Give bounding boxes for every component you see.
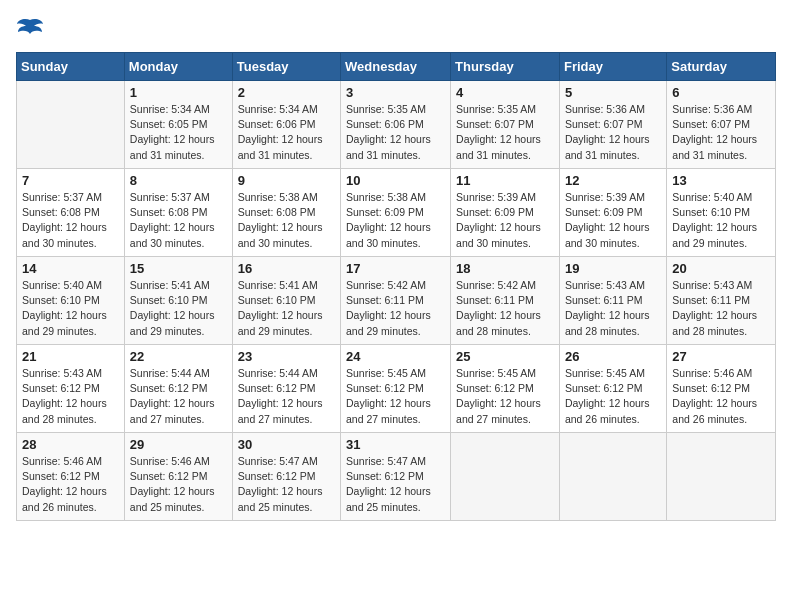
header-cell-sunday: Sunday	[17, 53, 125, 81]
day-number: 23	[238, 349, 335, 364]
week-row-3: 14Sunrise: 5:40 AMSunset: 6:10 PMDayligh…	[17, 257, 776, 345]
calendar-cell: 25Sunrise: 5:45 AMSunset: 6:12 PMDayligh…	[451, 345, 560, 433]
logo	[16, 16, 48, 40]
calendar-cell: 28Sunrise: 5:46 AMSunset: 6:12 PMDayligh…	[17, 433, 125, 521]
day-number: 20	[672, 261, 770, 276]
calendar-cell: 26Sunrise: 5:45 AMSunset: 6:12 PMDayligh…	[559, 345, 666, 433]
day-number: 29	[130, 437, 227, 452]
calendar-cell: 13Sunrise: 5:40 AMSunset: 6:10 PMDayligh…	[667, 169, 776, 257]
calendar-cell: 15Sunrise: 5:41 AMSunset: 6:10 PMDayligh…	[124, 257, 232, 345]
day-number: 13	[672, 173, 770, 188]
day-info: Sunrise: 5:47 AMSunset: 6:12 PMDaylight:…	[238, 454, 335, 515]
day-info: Sunrise: 5:41 AMSunset: 6:10 PMDaylight:…	[238, 278, 335, 339]
day-info: Sunrise: 5:43 AMSunset: 6:11 PMDaylight:…	[672, 278, 770, 339]
day-number: 28	[22, 437, 119, 452]
week-row-4: 21Sunrise: 5:43 AMSunset: 6:12 PMDayligh…	[17, 345, 776, 433]
day-info: Sunrise: 5:35 AMSunset: 6:06 PMDaylight:…	[346, 102, 445, 163]
calendar-cell: 7Sunrise: 5:37 AMSunset: 6:08 PMDaylight…	[17, 169, 125, 257]
day-info: Sunrise: 5:43 AMSunset: 6:11 PMDaylight:…	[565, 278, 661, 339]
header-cell-wednesday: Wednesday	[341, 53, 451, 81]
header-row: SundayMondayTuesdayWednesdayThursdayFrid…	[17, 53, 776, 81]
page-header	[16, 16, 776, 40]
day-number: 11	[456, 173, 554, 188]
day-number: 21	[22, 349, 119, 364]
day-info: Sunrise: 5:37 AMSunset: 6:08 PMDaylight:…	[22, 190, 119, 251]
calendar-cell	[17, 81, 125, 169]
calendar-cell: 19Sunrise: 5:43 AMSunset: 6:11 PMDayligh…	[559, 257, 666, 345]
header-cell-friday: Friday	[559, 53, 666, 81]
day-info: Sunrise: 5:47 AMSunset: 6:12 PMDaylight:…	[346, 454, 445, 515]
day-number: 3	[346, 85, 445, 100]
logo-bird-icon	[16, 16, 44, 40]
calendar-cell: 24Sunrise: 5:45 AMSunset: 6:12 PMDayligh…	[341, 345, 451, 433]
day-info: Sunrise: 5:42 AMSunset: 6:11 PMDaylight:…	[346, 278, 445, 339]
week-row-2: 7Sunrise: 5:37 AMSunset: 6:08 PMDaylight…	[17, 169, 776, 257]
day-number: 10	[346, 173, 445, 188]
day-number: 5	[565, 85, 661, 100]
day-number: 7	[22, 173, 119, 188]
day-number: 8	[130, 173, 227, 188]
day-number: 12	[565, 173, 661, 188]
calendar-cell: 4Sunrise: 5:35 AMSunset: 6:07 PMDaylight…	[451, 81, 560, 169]
day-info: Sunrise: 5:45 AMSunset: 6:12 PMDaylight:…	[565, 366, 661, 427]
day-number: 19	[565, 261, 661, 276]
day-info: Sunrise: 5:42 AMSunset: 6:11 PMDaylight:…	[456, 278, 554, 339]
header-cell-monday: Monday	[124, 53, 232, 81]
calendar-cell: 8Sunrise: 5:37 AMSunset: 6:08 PMDaylight…	[124, 169, 232, 257]
calendar-cell: 23Sunrise: 5:44 AMSunset: 6:12 PMDayligh…	[232, 345, 340, 433]
day-number: 24	[346, 349, 445, 364]
day-info: Sunrise: 5:39 AMSunset: 6:09 PMDaylight:…	[565, 190, 661, 251]
calendar-table: SundayMondayTuesdayWednesdayThursdayFrid…	[16, 52, 776, 521]
day-info: Sunrise: 5:38 AMSunset: 6:08 PMDaylight:…	[238, 190, 335, 251]
calendar-cell: 11Sunrise: 5:39 AMSunset: 6:09 PMDayligh…	[451, 169, 560, 257]
day-number: 31	[346, 437, 445, 452]
calendar-cell: 14Sunrise: 5:40 AMSunset: 6:10 PMDayligh…	[17, 257, 125, 345]
day-number: 16	[238, 261, 335, 276]
calendar-cell: 16Sunrise: 5:41 AMSunset: 6:10 PMDayligh…	[232, 257, 340, 345]
day-number: 1	[130, 85, 227, 100]
day-info: Sunrise: 5:34 AMSunset: 6:05 PMDaylight:…	[130, 102, 227, 163]
calendar-cell: 21Sunrise: 5:43 AMSunset: 6:12 PMDayligh…	[17, 345, 125, 433]
calendar-cell: 29Sunrise: 5:46 AMSunset: 6:12 PMDayligh…	[124, 433, 232, 521]
day-number: 2	[238, 85, 335, 100]
day-info: Sunrise: 5:37 AMSunset: 6:08 PMDaylight:…	[130, 190, 227, 251]
day-info: Sunrise: 5:46 AMSunset: 6:12 PMDaylight:…	[672, 366, 770, 427]
day-info: Sunrise: 5:41 AMSunset: 6:10 PMDaylight:…	[130, 278, 227, 339]
day-info: Sunrise: 5:36 AMSunset: 6:07 PMDaylight:…	[565, 102, 661, 163]
day-info: Sunrise: 5:38 AMSunset: 6:09 PMDaylight:…	[346, 190, 445, 251]
day-number: 17	[346, 261, 445, 276]
day-info: Sunrise: 5:43 AMSunset: 6:12 PMDaylight:…	[22, 366, 119, 427]
day-info: Sunrise: 5:46 AMSunset: 6:12 PMDaylight:…	[22, 454, 119, 515]
day-number: 22	[130, 349, 227, 364]
calendar-cell: 31Sunrise: 5:47 AMSunset: 6:12 PMDayligh…	[341, 433, 451, 521]
calendar-cell: 6Sunrise: 5:36 AMSunset: 6:07 PMDaylight…	[667, 81, 776, 169]
day-number: 27	[672, 349, 770, 364]
day-number: 6	[672, 85, 770, 100]
day-number: 15	[130, 261, 227, 276]
day-info: Sunrise: 5:40 AMSunset: 6:10 PMDaylight:…	[672, 190, 770, 251]
calendar-cell: 27Sunrise: 5:46 AMSunset: 6:12 PMDayligh…	[667, 345, 776, 433]
week-row-1: 1Sunrise: 5:34 AMSunset: 6:05 PMDaylight…	[17, 81, 776, 169]
calendar-cell: 10Sunrise: 5:38 AMSunset: 6:09 PMDayligh…	[341, 169, 451, 257]
calendar-cell: 30Sunrise: 5:47 AMSunset: 6:12 PMDayligh…	[232, 433, 340, 521]
calendar-cell: 17Sunrise: 5:42 AMSunset: 6:11 PMDayligh…	[341, 257, 451, 345]
header-cell-thursday: Thursday	[451, 53, 560, 81]
calendar-cell: 9Sunrise: 5:38 AMSunset: 6:08 PMDaylight…	[232, 169, 340, 257]
calendar-cell: 12Sunrise: 5:39 AMSunset: 6:09 PMDayligh…	[559, 169, 666, 257]
day-number: 18	[456, 261, 554, 276]
day-info: Sunrise: 5:44 AMSunset: 6:12 PMDaylight:…	[130, 366, 227, 427]
day-number: 30	[238, 437, 335, 452]
day-info: Sunrise: 5:39 AMSunset: 6:09 PMDaylight:…	[456, 190, 554, 251]
day-number: 4	[456, 85, 554, 100]
day-info: Sunrise: 5:35 AMSunset: 6:07 PMDaylight:…	[456, 102, 554, 163]
calendar-cell	[451, 433, 560, 521]
day-number: 25	[456, 349, 554, 364]
day-number: 9	[238, 173, 335, 188]
calendar-cell: 1Sunrise: 5:34 AMSunset: 6:05 PMDaylight…	[124, 81, 232, 169]
calendar-cell	[667, 433, 776, 521]
day-info: Sunrise: 5:40 AMSunset: 6:10 PMDaylight:…	[22, 278, 119, 339]
calendar-cell: 22Sunrise: 5:44 AMSunset: 6:12 PMDayligh…	[124, 345, 232, 433]
day-info: Sunrise: 5:46 AMSunset: 6:12 PMDaylight:…	[130, 454, 227, 515]
day-number: 26	[565, 349, 661, 364]
calendar-cell: 2Sunrise: 5:34 AMSunset: 6:06 PMDaylight…	[232, 81, 340, 169]
